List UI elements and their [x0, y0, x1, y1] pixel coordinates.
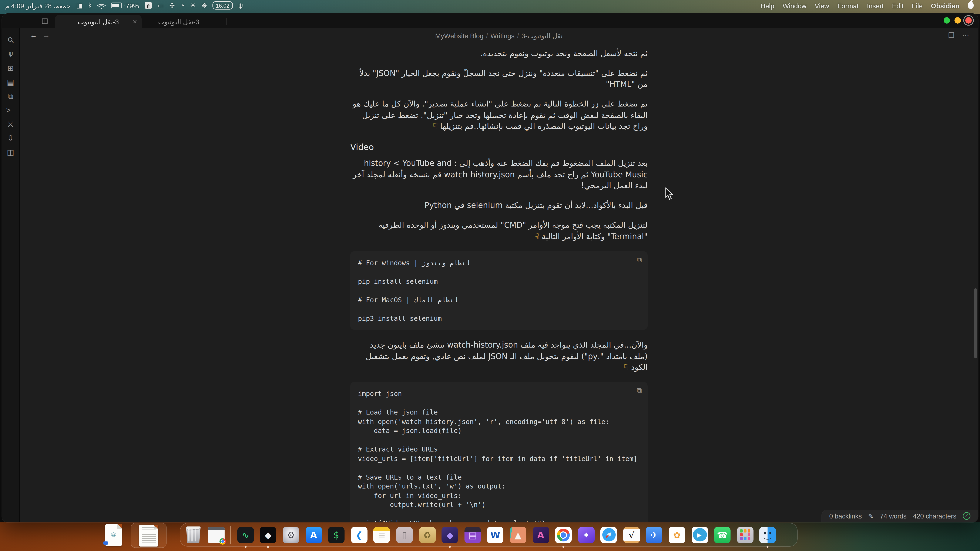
sidebar-toggle-icon[interactable]: ◫: [41, 16, 48, 25]
battery-percent: 79%: [126, 2, 139, 10]
menu-file[interactable]: File: [912, 2, 923, 10]
point-down-emoji: ☟: [534, 232, 539, 241]
battery-icon[interactable]: 79%: [111, 2, 139, 10]
app-glyph: W: [490, 530, 500, 539]
code-text: import json # Load the json file with op…: [358, 390, 637, 522]
chatgpt-icon[interactable]: ❋: [202, 2, 207, 9]
notes[interactable]: ≡: [374, 527, 390, 543]
appcleaner[interactable]: ♻: [419, 527, 436, 543]
bluetooth-icon[interactable]: ᛒ: [88, 2, 92, 9]
apple-logo-icon[interactable]: [968, 2, 974, 9]
reading-mode-icon[interactable]: ❐: [948, 31, 955, 40]
tab-1[interactable]: 3-نقل اليوتيوب✕: [55, 15, 142, 28]
templates-icon[interactable]: ⧉: [6, 92, 15, 101]
focus-clock-icon[interactable]: ◔: [181, 2, 185, 9]
app-glyph: ❮: [355, 530, 363, 539]
app-glyph: ✦: [582, 530, 590, 539]
system-settings[interactable]: ⚙: [283, 527, 299, 543]
safari[interactable]: [601, 527, 617, 543]
minimized-chrome-window[interactable]: [208, 527, 224, 543]
tab-close-icon[interactable]: ✕: [133, 18, 137, 25]
menu-format[interactable]: Format: [837, 2, 859, 10]
graph-view-icon[interactable]: ⋔: [6, 50, 15, 59]
app-glyph: ✈: [651, 530, 658, 539]
kanban-icon[interactable]: ◫: [6, 148, 15, 157]
control-center-icon[interactable]: ◨: [76, 2, 82, 9]
wifi-icon[interactable]: [98, 3, 105, 8]
whatsapp[interactable]: ☎: [714, 527, 731, 543]
canvas-icon[interactable]: ⊞: [6, 64, 15, 73]
new-tab-button[interactable]: +: [232, 16, 237, 25]
app-menu-obsidian[interactable]: Obsidian: [931, 2, 959, 10]
mathpad[interactable]: √: [624, 527, 640, 543]
siri-intelligence[interactable]: ✦: [578, 527, 594, 543]
photos[interactable]: ✿: [669, 527, 685, 543]
spark-mail[interactable]: ✈: [646, 527, 662, 543]
more-options-icon[interactable]: ⋯: [962, 31, 969, 40]
telegram[interactable]: ▶: [691, 527, 708, 543]
iphone-mirroring[interactable]: ▯: [396, 527, 413, 543]
terminal[interactable]: $: [328, 527, 345, 543]
app-glyph: √: [628, 530, 635, 539]
time-widget[interactable]: 16:02: [213, 1, 233, 10]
menu-bar-clock[interactable]: جمعة، 28 فبراير 4:09 م: [5, 2, 71, 10]
close-button[interactable]: [965, 17, 972, 23]
launchpad[interactable]: [737, 527, 754, 543]
app-store[interactable]: A: [305, 527, 322, 543]
screen-mirroring-icon[interactable]: ▭: [158, 2, 164, 9]
sword-mode-icon[interactable]: ⚔: [6, 120, 15, 129]
window-controls: [943, 17, 972, 23]
breadcrumb-part[interactable]: 3-نقل اليوتيوب: [522, 32, 563, 40]
text-document-file[interactable]: [139, 525, 158, 546]
tab-divider: [226, 17, 226, 25]
terminal-icon[interactable]: >_: [6, 106, 15, 115]
obsidian[interactable]: ◆: [442, 527, 458, 543]
sync-status-icon[interactable]: ✓: [963, 512, 970, 520]
app-glyph: ◆: [446, 530, 453, 539]
finder[interactable]: [759, 527, 776, 543]
warp-terminal[interactable]: ▲: [510, 527, 527, 543]
zoom-button[interactable]: [943, 17, 950, 23]
menu-help[interactable]: Help: [760, 2, 774, 10]
dock-separator: [231, 526, 231, 544]
dropover-icon[interactable]: ψ: [239, 2, 243, 9]
menu-view[interactable]: View: [815, 2, 829, 10]
vscode[interactable]: ❮: [351, 527, 367, 543]
minimize-button[interactable]: [955, 17, 961, 23]
menu-window[interactable]: Window: [783, 2, 807, 10]
affinity-app[interactable]: A: [533, 527, 549, 543]
backlinks-count[interactable]: 0 backlinks: [829, 513, 862, 519]
react-script-file[interactable]: ⚛: [105, 524, 122, 546]
breadcrumb-part[interactable]: Writings: [490, 32, 514, 40]
input-source-icon[interactable]: ع: [145, 2, 152, 9]
shapr3d[interactable]: ◆: [260, 527, 277, 543]
running-indicator: [449, 546, 451, 548]
menu-insert[interactable]: Insert: [867, 2, 884, 10]
copy-code-icon[interactable]: ⧉: [637, 256, 642, 265]
daily-note-icon[interactable]: ▤: [6, 78, 15, 87]
trash-full[interactable]: [185, 527, 202, 543]
tab-2[interactable]: 3-نقل اليوتيوب: [143, 15, 214, 28]
fan-icon[interactable]: ✣: [169, 2, 175, 9]
copy-code-icon[interactable]: ⧉: [637, 386, 642, 396]
edit-mode-icon[interactable]: ✎: [868, 513, 873, 519]
point-down-emoji: ☟: [433, 122, 438, 131]
activity-monitor[interactable]: ∿: [237, 527, 254, 543]
google-chrome[interactable]: [555, 527, 572, 543]
microsoft-word[interactable]: W: [487, 527, 504, 543]
tab-title: 3-نقل اليوتيوب: [78, 17, 119, 25]
planner-app[interactable]: ▤: [464, 527, 481, 543]
obsidian-window: ◫ 3-نقل اليوتيوب✕3-نقل اليوتيوب + ⚲⋔⊞▤⧉>…: [2, 13, 978, 522]
display-brightness-icon[interactable]: ☀: [190, 2, 196, 9]
scrollbar-thumb[interactable]: [974, 288, 977, 359]
code-text: # For windows | لنظام ويندوز pip install…: [358, 259, 470, 322]
code-block: import json # Load the json file with op…: [350, 382, 648, 522]
app-glyph: ⚙: [287, 530, 295, 539]
breadcrumb-part[interactable]: MyWebsite Blog: [435, 32, 484, 40]
react-logo-icon: ⚛: [105, 530, 122, 540]
menu-edit[interactable]: Edit: [892, 2, 904, 10]
quick-switcher-icon[interactable]: ⚲: [4, 34, 17, 46]
editor-pane: ← → MyWebsite Blog/Writings/3-نقل اليوتي…: [20, 28, 978, 522]
importer-icon[interactable]: ⇩: [6, 134, 15, 143]
view-header: ← → MyWebsite Blog/Writings/3-نقل اليوتي…: [20, 28, 978, 44]
